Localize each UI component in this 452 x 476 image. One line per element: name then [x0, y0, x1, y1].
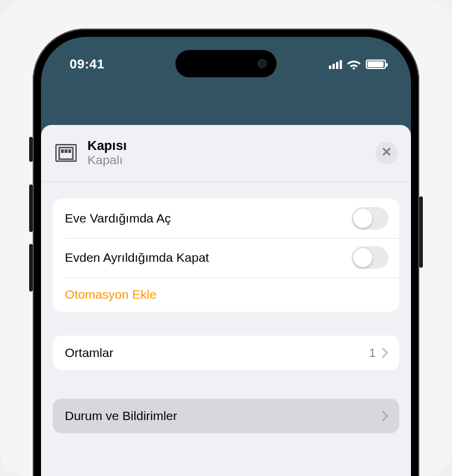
- garage-door-icon: [54, 141, 78, 165]
- canvas: 09:41: [0, 0, 452, 476]
- row-right: 1: [369, 346, 388, 360]
- close-icon: [382, 147, 391, 159]
- row-label: Ortamlar: [65, 346, 114, 360]
- add-automation-button[interactable]: Otomasyon Ekle: [53, 277, 399, 312]
- row-scenes[interactable]: Ortamlar 1: [53, 336, 399, 370]
- row-status-notifications[interactable]: Durum ve Bildirimler: [53, 399, 399, 433]
- row-label: Durum ve Bildirimler: [65, 409, 177, 423]
- row-label: Otomasyon Ekle: [65, 287, 156, 302]
- row-close-on-leave[interactable]: Evden Ayrıldığımda Kapat: [53, 238, 399, 277]
- row-label: Evden Ayrıldığımda Kapat: [65, 250, 209, 265]
- svg-rect-1: [59, 148, 73, 159]
- toggle-open-on-arrive[interactable]: [351, 207, 388, 230]
- battery-icon: [366, 60, 386, 69]
- sheet-header: Kapısı Kapalı: [41, 125, 411, 182]
- close-button[interactable]: [375, 142, 398, 164]
- row-open-on-arrive[interactable]: Eve Vardığımda Aç: [53, 199, 399, 238]
- phone-screen: 09:41: [41, 37, 411, 476]
- cellular-icon: [329, 60, 342, 69]
- row-label: Eve Vardığımda Aç: [65, 211, 171, 226]
- row-value: 1: [369, 346, 376, 360]
- svg-rect-3: [65, 149, 68, 153]
- status-icons: [329, 59, 386, 70]
- phone-side-button: [419, 196, 423, 268]
- settings-sheet: Kapısı Kapalı Eve Vardı: [41, 125, 411, 476]
- chevron-right-icon: [382, 411, 388, 421]
- svg-rect-4: [68, 149, 71, 153]
- automations-group: Eve Vardığımda Aç Evden Ayrıldığımda Kap…: [53, 199, 399, 312]
- scenes-group: Ortamlar 1: [53, 336, 399, 370]
- chevron-right-icon: [382, 347, 388, 358]
- dynamic-island: [175, 50, 277, 77]
- phone-frame: 09:41: [33, 29, 419, 476]
- sheet-body: Eve Vardığımda Aç Evden Ayrıldığımda Kap…: [41, 182, 411, 433]
- row-right: [382, 411, 388, 421]
- accessory-state: Kapalı: [87, 153, 366, 167]
- status-time: 09:41: [70, 57, 105, 72]
- sheet-title-wrap: Kapısı Kapalı: [87, 138, 366, 167]
- toggle-knob: [353, 209, 372, 228]
- status-group: Durum ve Bildirimler: [53, 399, 399, 433]
- accessory-name: Kapısı: [87, 138, 366, 153]
- toggle-knob: [353, 248, 372, 267]
- toggle-close-on-leave[interactable]: [351, 246, 388, 269]
- svg-rect-2: [61, 149, 64, 153]
- wifi-icon: [347, 59, 361, 70]
